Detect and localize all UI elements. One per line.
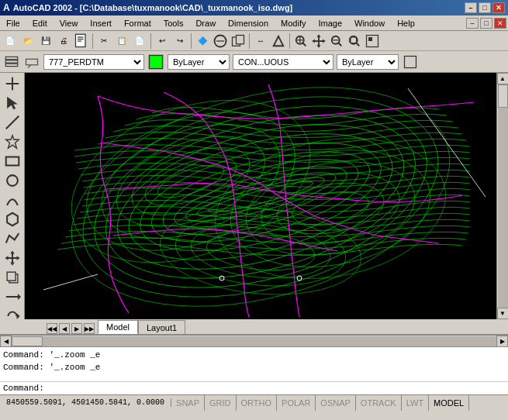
coordinates-display: 8450559.5091, 4501450.5841, 0.0000: [0, 398, 171, 407]
command-input[interactable]: [47, 384, 505, 393]
tab-layout1[interactable]: Layout1: [138, 320, 185, 334]
doc-close-btn[interactable]: ✕: [494, 18, 506, 29]
layer-dropdown[interactable]: 777_PERDTM: [43, 54, 144, 70]
menu-tools[interactable]: Tools: [157, 17, 190, 29]
btn-insert[interactable]: [212, 33, 229, 50]
tab-last-btn[interactable]: ▶▶: [84, 323, 95, 334]
tab-next-btn[interactable]: ▶: [71, 323, 82, 334]
tool-rectangle[interactable]: [3, 152, 22, 170]
btn-zoom-prev[interactable]: [328, 33, 345, 50]
scroll-track-vertical[interactable]: [498, 84, 508, 308]
tool-construction-line[interactable]: [3, 133, 22, 151]
menu-draw[interactable]: Draw: [189, 17, 222, 29]
status-snap[interactable]: SNAP: [171, 395, 205, 411]
scroll-left-btn[interactable]: ◀: [0, 336, 12, 347]
btn-layer-prev[interactable]: [23, 53, 40, 71]
svg-marker-38: [5, 136, 19, 149]
tool-select[interactable]: [3, 94, 22, 112]
btn-print[interactable]: 🖨: [55, 33, 72, 50]
sep1: [92, 33, 93, 49]
scroll-thumb-horizontal[interactable]: [12, 336, 43, 346]
svg-rect-30: [26, 59, 38, 65]
bottom-scrollbar[interactable]: ◀ ▶: [0, 335, 508, 346]
doc-min-btn[interactable]: –: [466, 18, 479, 29]
scroll-down-btn[interactable]: ▼: [497, 308, 509, 319]
btn-plot-style[interactable]: [402, 53, 419, 71]
status-grid[interactable]: GRID: [205, 395, 237, 411]
btn-zoom-win[interactable]: [346, 33, 363, 50]
tab-prev-btn[interactable]: ◀: [59, 323, 70, 334]
menu-help[interactable]: Help: [391, 17, 421, 29]
cmd-line-1: Command: '_.zoom _e: [3, 349, 505, 361]
btn-color-picker[interactable]: [147, 53, 164, 71]
menu-file[interactable]: File: [0, 17, 26, 29]
btn-cut[interactable]: ✂: [95, 33, 112, 50]
app-close-btn[interactable]: ✕: [492, 2, 505, 13]
btn-pan-realtime[interactable]: [310, 33, 327, 50]
tool-copy[interactable]: [3, 268, 22, 287]
doc-restore-btn[interactable]: □: [480, 18, 492, 29]
menu-image[interactable]: Image: [312, 17, 348, 29]
menu-format[interactable]: Format: [118, 17, 157, 29]
drawing-canvas[interactable]: N: [25, 73, 496, 319]
lineweight-dropdown[interactable]: ByLayer: [337, 54, 399, 70]
btn-redo[interactable]: ↪: [171, 33, 188, 50]
app-max-btn[interactable]: □: [479, 2, 491, 13]
btn-paste[interactable]: 📄: [131, 33, 148, 50]
btn-zoom-realtime[interactable]: [292, 33, 309, 50]
scroll-thumb-vertical[interactable]: [498, 84, 508, 108]
btn-preview[interactable]: [73, 33, 90, 50]
scroll-up-btn[interactable]: ▲: [497, 73, 509, 84]
menu-view[interactable]: View: [54, 17, 85, 29]
tool-line[interactable]: [3, 113, 22, 132]
tool-crosshair[interactable]: [3, 74, 22, 93]
color-dropdown[interactable]: ByLayer: [168, 54, 230, 70]
tab-navigation: ◀◀ ◀ ▶ ▶▶: [47, 323, 95, 334]
svg-rect-29: [5, 64, 18, 66]
menu-modify[interactable]: Modify: [275, 17, 312, 29]
status-osnap[interactable]: OSNAP: [316, 395, 356, 411]
menu-window[interactable]: Window: [348, 17, 391, 29]
title-bar-controls[interactable]: – □ ✕: [465, 2, 505, 13]
tool-arc[interactable]: [3, 191, 22, 209]
btn-block[interactable]: 🔷: [194, 33, 211, 50]
btn-open[interactable]: 📂: [19, 33, 36, 50]
right-scrollbar[interactable]: ▲ ▼: [496, 73, 508, 319]
tool-rotate[interactable]: [3, 307, 22, 319]
status-lwt[interactable]: LWT: [402, 395, 429, 411]
svg-rect-7: [237, 35, 244, 43]
status-polar[interactable]: POLAR: [277, 395, 316, 411]
tool-circle[interactable]: [3, 171, 22, 190]
status-otrack[interactable]: OTRACK: [356, 395, 402, 411]
svg-marker-17: [312, 39, 315, 43]
scroll-track-horizontal[interactable]: [12, 336, 496, 346]
status-ortho[interactable]: ORTHO: [237, 395, 278, 411]
menu-insert[interactable]: Insert: [84, 17, 118, 29]
btn-save[interactable]: 💾: [37, 33, 54, 50]
btn-area[interactable]: [270, 33, 287, 50]
btn-aerial[interactable]: [364, 33, 381, 50]
tool-move[interactable]: [3, 249, 22, 267]
title-bar: A AutoCAD 2002 - [C:\Database\tuxmanook\…: [0, 0, 508, 15]
status-model[interactable]: MODEL: [429, 395, 469, 411]
scroll-right-btn[interactable]: ▶: [496, 336, 508, 347]
menu-edit[interactable]: Edit: [26, 17, 54, 29]
linetype-dropdown[interactable]: CON...UOUS: [233, 54, 333, 70]
tool-polygon[interactable]: [3, 210, 22, 229]
main-area: A: [0, 73, 508, 319]
btn-new[interactable]: 📄: [2, 33, 19, 50]
btn-copy[interactable]: 📋: [113, 33, 130, 50]
btn-undo[interactable]: ↩: [154, 33, 171, 50]
menu-dimension[interactable]: Dimension: [222, 17, 275, 29]
tool-stretch[interactable]: [3, 287, 22, 306]
btn-xref[interactable]: [230, 33, 247, 50]
btn-layers[interactable]: [3, 53, 20, 71]
tab-model[interactable]: Model: [98, 320, 138, 334]
btn-dist[interactable]: ↔: [252, 33, 269, 50]
svg-rect-24: [351, 37, 357, 43]
tab-first-btn[interactable]: ◀◀: [47, 323, 57, 334]
app-min-btn[interactable]: –: [465, 2, 477, 13]
tool-pline[interactable]: [3, 229, 22, 248]
svg-rect-28: [5, 60, 18, 62]
cmd-line-2: Command: '_.zoom _e: [3, 361, 505, 374]
